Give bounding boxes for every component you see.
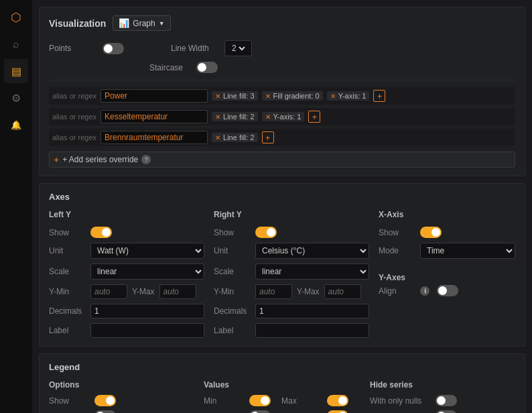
visualization-section: Visualization 📊 Graph ▼ Points Line Widt… [39,7,525,176]
right-y-show-toggle[interactable] [255,227,277,238]
series-tag-y-axis-1-b[interactable]: ✕ Y-axis: 1 [262,112,305,121]
axes-title: Axes [49,192,515,202]
legend-show-row: Show [49,395,194,406]
sidebar-icon-bell[interactable]: 🔔 [4,113,28,137]
add-override-label: + Add series override [62,155,138,164]
axes-grid: Left Y Show Unit Watt (W) Scale linear [49,210,515,338]
series-tag-line-fill-2-a[interactable]: ✕ Line fill: 2 [212,112,257,121]
legend-current-toggle[interactable] [327,410,348,413]
left-y-scale-label: Scale [49,267,86,276]
legend-min-toggle[interactable] [249,395,271,406]
legend-with-only-zeros-toggle[interactable] [436,410,457,413]
legend-values-title: Values [204,380,360,390]
x-axis-mode-label: Mode [379,246,415,255]
legend-options-col: Options Show As Table To the right [49,380,194,413]
x-axis-mode-select[interactable]: Time [420,243,515,259]
y-axes-align-row: Align ℹ [379,285,515,296]
right-y-max-label: Y-Max [297,287,320,296]
right-y-scale-row: Scale linear [214,263,369,280]
sidebar-icon-grafana[interactable]: ⬡ [4,5,28,30]
x-axis-show-toggle[interactable] [420,227,442,238]
viz-type-button[interactable]: 📊 Graph ▼ [113,15,170,31]
legend-with-only-nulls-toggle[interactable] [436,395,457,406]
left-y-show-label: Show [49,228,86,237]
line-width-label: Line Width [171,44,218,53]
x-axis-mode-row: Mode Time [379,243,515,259]
alias-label-0: alias or regex [52,92,96,100]
staircase-toggle[interactable] [196,62,218,73]
legend-with-only-nulls-row: With only nulls [370,395,515,406]
legend-hide-series-col: Hide series With only nulls With only ze… [370,380,515,413]
right-y-minmax-row: Y-Min Y-Max [214,284,369,299]
legend-show-toggle[interactable] [94,395,116,406]
x-axis-col: X-Axis Show Mode Time Y-Axes Align ℹ [379,210,515,338]
right-y-unit-select[interactable]: Celsius (°C) [255,243,369,259]
legend-avg-current-row: Avg Current [204,410,360,413]
y-axes-align-help-icon[interactable]: ℹ [420,286,429,296]
right-y-scale-select[interactable]: linear [255,263,369,280]
right-y-max-input[interactable] [324,284,361,299]
right-y-scale-label: Scale [214,267,251,276]
viz-header: Visualization 📊 Graph ▼ [49,15,515,31]
left-y-minmax-row: Y-Min Y-Max [49,284,204,299]
legend-title: Legend [49,362,515,372]
series-alias-input-1[interactable] [101,110,208,123]
left-y-col: Left Y Show Unit Watt (W) Scale linear [49,210,204,338]
series-row-2: alias or regex ✕ Line fill: 2 + [49,129,515,146]
sidebar-icon-chart[interactable]: ▤ [4,59,28,83]
legend-as-table-toggle[interactable] [94,410,116,413]
left-y-max-input[interactable] [159,284,196,299]
series-tag-line-fill-2-b[interactable]: ✕ Line fill: 2 [212,133,257,142]
left-y-scale-select[interactable]: linear [90,263,204,280]
left-y-max-label: Y-Max [132,287,155,296]
left-y-min-input[interactable] [90,284,127,299]
series-row-1: alias or regex ✕ Line fill: 2 ✕ Y-axis: … [49,108,515,125]
legend-with-only-zeros-row: With only zeros [370,410,515,413]
right-y-decimals-input[interactable] [255,304,369,318]
left-y-show-toggle[interactable] [90,227,112,238]
left-y-show-row: Show [49,227,204,238]
sidebar-icon-gear[interactable]: ⚙ [4,86,28,110]
series-add-tag-2[interactable]: + [262,131,274,143]
axes-section: Axes Left Y Show Unit Watt (W) Scale [39,183,525,347]
series-alias-input-0[interactable] [101,89,208,103]
right-y-min-input[interactable] [255,284,292,299]
series-tag-fill-gradient-0[interactable]: ✕ Fill gradient: 0 [262,91,323,101]
legend-min-max-row: Min Max [204,395,360,406]
left-y-decimals-label: Decimals [49,306,86,316]
x-axis-show-row: Show [379,227,515,238]
help-icon[interactable]: ? [141,155,151,164]
right-y-show-label: Show [214,228,251,237]
series-add-tag-0[interactable]: + [373,90,385,102]
left-y-unit-select[interactable]: Watt (W) [90,243,204,259]
legend-max-toggle[interactable] [327,395,348,406]
series-tag-line-fill-3[interactable]: ✕ Line fill: 3 [212,91,257,101]
alias-label-2: alias or regex [52,133,96,141]
left-y-label-input[interactable] [90,323,204,338]
line-width-select[interactable]: 21345 [224,40,252,56]
legend-max-label: Max [281,396,322,406]
left-y-decimals-input[interactable] [90,304,204,318]
legend-avg-toggle[interactable] [249,410,271,413]
points-toggle[interactable] [103,43,124,54]
chart-bar-icon: 📊 [119,18,129,28]
staircase-label: Staircase [149,63,190,72]
left-y-label-label: Label [49,326,86,335]
legend-as-table-row: As Table [49,410,194,413]
x-axis-show-label: Show [379,228,415,237]
series-add-tag-1[interactable]: + [308,111,320,123]
x-axis-title: X-Axis [379,210,515,219]
right-y-label-input[interactable] [255,323,369,338]
series-tag-y-axis-1[interactable]: ✕ Y-axis: 1 [327,91,370,101]
sidebar-icon-search[interactable]: ⌕ [4,32,28,56]
left-y-unit-row: Unit Watt (W) [49,243,204,259]
right-y-col: Right Y Show Unit Celsius (°C) Scale lin… [214,210,369,338]
left-y-min-label: Y-Min [49,287,86,296]
y-axes-align-toggle[interactable] [437,285,458,296]
series-alias-input-2[interactable] [101,131,208,144]
right-y-label-label: Label [214,326,251,335]
add-override-button[interactable]: + + Add series override ? [49,152,515,168]
line-width-select-input[interactable]: 21345 [229,43,247,54]
left-y-decimals-row: Decimals [49,304,204,318]
series-overrides-table: alias or regex ✕ Line fill: 3 ✕ Fill gra… [49,87,515,146]
